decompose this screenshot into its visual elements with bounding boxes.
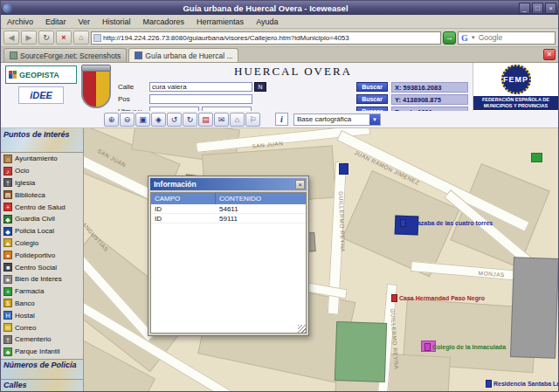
header-center: HUERCAL OVERA Calle N Buscar X: 593816.2…: [111, 63, 473, 111]
go-button[interactable]: →: [443, 31, 456, 45]
sidebar-header-calles[interactable]: Calles: [1, 379, 83, 391]
menu-item[interactable]: Ver: [72, 17, 97, 26]
search-engine-dropdown-icon[interactable]: ▼: [471, 35, 476, 40]
reload-button[interactable]: ↻: [38, 31, 54, 45]
sidebar-item[interactable]: ✉ Correo: [1, 321, 83, 334]
menu-item[interactable]: Historial: [96, 17, 137, 26]
sidebar-item[interactable]: + Centro de Salud: [1, 201, 83, 213]
tab-sourceforge[interactable]: SourceForge.net: Screenshots: [3, 48, 127, 62]
sidebar-item[interactable]: † Cementerio: [1, 334, 83, 346]
sidebar-header-numeros-policia[interactable]: Números de Policía: [1, 359, 83, 379]
building: [339, 163, 349, 175]
forward-button[interactable]: ▶: [21, 31, 37, 45]
menu-item[interactable]: Marcadores: [137, 17, 191, 26]
buscar-pos-button[interactable]: Buscar: [356, 94, 388, 104]
search-box[interactable]: G ▼: [458, 31, 556, 45]
zoom-in-icon[interactable]: ⊕: [104, 113, 119, 127]
leisure-icon: ♪: [3, 167, 12, 175]
zoom-out-icon[interactable]: ⊖: [120, 113, 135, 127]
url-bar[interactable]: [91, 31, 441, 45]
guardia-civil-icon: ◆: [3, 215, 12, 224]
sidebar-item[interactable]: ★ Bien de Interes: [1, 273, 83, 285]
sidebar-item[interactable]: ● Polideportivo: [1, 249, 83, 261]
send-map-icon[interactable]: ✉: [214, 113, 229, 127]
tab-favicon-icon: [10, 52, 17, 59]
sidebar-item[interactable]: ⌂ Ayuntamiento: [1, 153, 83, 165]
home-button[interactable]: ⌂: [73, 31, 89, 45]
menubar: ArchivoEditarVerHistorialMarcadoresHerra…: [1, 15, 558, 29]
sidebar: Puntos de Interés ⌂ Ayuntamiento ♪ Ocio …: [1, 128, 84, 391]
sidebar-item[interactable]: ♪ Ocio: [1, 165, 83, 177]
sidebar-item[interactable]: ◆ Policia Local: [1, 225, 83, 237]
next-view-icon[interactable]: ↻: [183, 113, 197, 127]
info-window-titlebar[interactable]: Información ×: [150, 178, 307, 190]
sidebar-item[interactable]: ♣ Parque Infantil: [1, 346, 83, 358]
poi-layer-list: ⌂ Ayuntamiento ♪ Ocio † Iglesia ▤: [1, 153, 83, 359]
pos-label: Pos: [118, 95, 149, 103]
page-title: HUERCAL OVERA: [118, 65, 468, 79]
url-input[interactable]: [103, 34, 438, 42]
sidebar-item[interactable]: ▲ Colegio: [1, 237, 83, 250]
sidebar-item[interactable]: + Farmacia: [1, 285, 83, 298]
poi-label: Alcazaba de las cuatro torres: [408, 220, 493, 226]
print-icon[interactable]: ▤: [198, 113, 213, 127]
window-title: Guía urbana de Huercal Overa - Iceweasel: [14, 3, 517, 13]
building: [510, 257, 558, 359]
sidebar-item[interactable]: ■ Centro Social: [1, 261, 83, 273]
maximize-button[interactable]: □: [532, 3, 543, 14]
poi-casa-hermandad: Casa Hermandad Paso Negro: [391, 294, 485, 302]
sidebar-item[interactable]: ▤ Biblioteca: [1, 189, 83, 201]
bank-icon: $: [3, 299, 12, 307]
titlebar[interactable]: Guía urbana de Huercal Overa - Iceweasel…: [1, 1, 558, 15]
sidebar-item[interactable]: ◆ Guardia Civil: [1, 213, 83, 225]
measure-icon[interactable]: ⚐: [245, 113, 260, 127]
calle-label: Calle: [118, 83, 149, 91]
pan-icon[interactable]: ◈: [151, 113, 166, 127]
close-button[interactable]: ×: [545, 3, 556, 14]
google-logo-icon: G: [461, 33, 468, 43]
tab-guia-urbana[interactable]: Guía urbana de Huercal ...: [128, 48, 238, 62]
base-layer-select[interactable]: Base cartográfica ▼: [293, 113, 381, 126]
initial-view-icon[interactable]: ⌂: [230, 113, 245, 127]
info-window-close-button[interactable]: ×: [295, 180, 305, 189]
calle-row: Calle N Buscar X: 593816.2083: [118, 81, 468, 93]
sidebar-item-label: Hostal: [15, 312, 35, 320]
menu-item[interactable]: Herramientas: [190, 17, 250, 26]
menu-item[interactable]: Archivo: [1, 17, 39, 26]
poi-marker-icon: [424, 343, 431, 351]
window-controls: _□×: [519, 3, 556, 14]
search-input[interactable]: [479, 33, 552, 42]
calle-input[interactable]: [149, 82, 252, 92]
minimize-button[interactable]: _: [519, 3, 530, 14]
femp-logo[interactable]: FEMP FEDERACIÓN ESPAÑOLA DE MUNICIPIOS Y…: [473, 63, 558, 111]
close-tab-button[interactable]: ×: [543, 49, 556, 60]
sidebar-item[interactable]: $ Banco: [1, 298, 83, 310]
menu-item[interactable]: Editar: [39, 17, 72, 26]
info-tool-button[interactable]: i: [275, 113, 288, 126]
previous-view-icon[interactable]: ↺: [167, 113, 182, 127]
info-table-row[interactable]: ID 54611: [151, 204, 306, 214]
geopista-logo[interactable]: GEOPISTA: [5, 65, 77, 84]
sidebar-item[interactable]: † Iglesia: [1, 177, 83, 189]
map-canvas[interactable]: SAN JUAN SAN JUAN JUAN RAMON JIMENEZ GUI…: [84, 128, 558, 391]
poi-marker-icon: [391, 294, 397, 302]
stop-button[interactable]: ×: [56, 31, 72, 45]
pos-input[interactable]: [149, 94, 252, 104]
sidebar-item[interactable]: H Hostal: [1, 309, 83, 321]
column-contenido: CONTENIDO: [216, 193, 306, 204]
sidebar-item-label: Colegio: [15, 239, 38, 247]
chevron-down-icon[interactable]: ▼: [369, 114, 380, 125]
sidebar-header-puntos-interes[interactable]: Puntos de Interés: [1, 128, 83, 153]
femp-circle-icon: FEMP: [501, 65, 531, 94]
poi-label: Casa Hermandad Paso Negro: [399, 295, 485, 301]
full-extent-icon[interactable]: ▣: [135, 113, 150, 127]
resize-grip[interactable]: [298, 325, 306, 333]
browser-window: Guía urbana de Huercal Overa - Iceweasel…: [0, 0, 559, 392]
buscar-calle-button[interactable]: Buscar: [356, 82, 388, 92]
idee-logo[interactable]: iDEE: [18, 86, 64, 104]
info-window-body: CAMPO CONTENIDO ID 54611 ID: [150, 192, 307, 334]
n-button[interactable]: N: [254, 82, 266, 92]
info-table-row[interactable]: ID 59111: [151, 214, 306, 224]
menu-item[interactable]: Ayuda: [250, 17, 284, 26]
back-button[interactable]: ◀: [3, 31, 19, 45]
